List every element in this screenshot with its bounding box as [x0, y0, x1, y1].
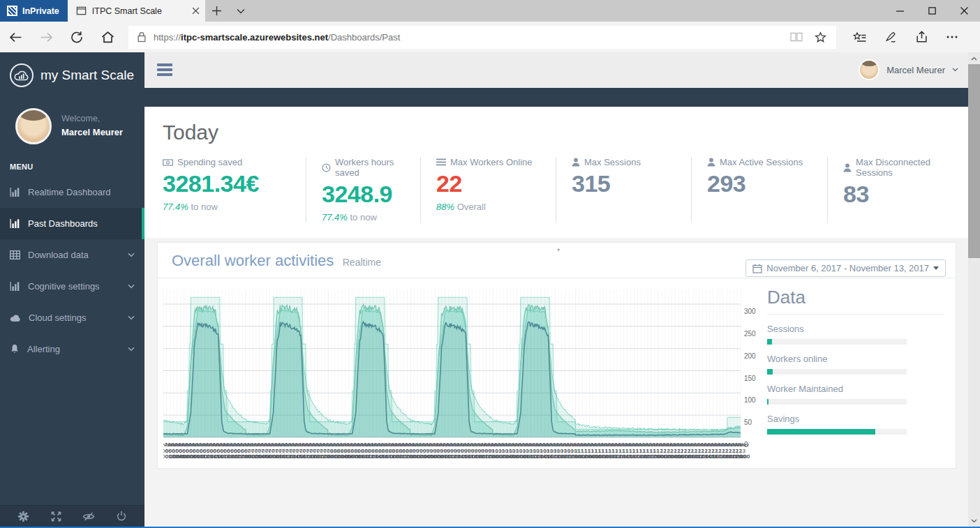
hub-icon[interactable] — [845, 22, 875, 52]
sidebar-item-label: Cloud settings — [29, 312, 86, 323]
tab-title: ITPC Smart Scale — [92, 6, 186, 16]
url-domain: itpc-smartscale.azurewebsites.net — [181, 32, 328, 43]
sidebar-item-label: Download data — [28, 250, 89, 260]
y-tick-label: 250 — [744, 330, 756, 338]
plot-area[interactable]: Nov 06 00:00Nov 06 01:00Nov 06 02:00Nov … — [163, 285, 741, 465]
date-range-text: November 6, 2017 - November 13, 2017 — [766, 263, 929, 273]
stat-label: Max Active Sessions — [707, 157, 827, 167]
share-icon[interactable] — [906, 22, 937, 52]
hamburger-menu-icon[interactable] — [157, 63, 172, 78]
legend-item-sessions[interactable]: Sessions — [767, 324, 944, 345]
favorite-star-icon[interactable] — [808, 27, 832, 47]
brand[interactable]: my Smart Scale — [0, 52, 144, 97]
area-chart[interactable] — [163, 285, 741, 442]
new-tab-button[interactable] — [205, 0, 229, 22]
main-content: Today Spending saved3281.34€77.4% to now… — [144, 107, 968, 527]
reading-view-icon[interactable] — [785, 27, 808, 47]
sidebar: my Smart Scale Welcome, Marcel Meurer ME… — [0, 52, 144, 527]
bell-icon — [10, 344, 20, 354]
tab-close-icon[interactable] — [192, 7, 200, 15]
sidebar-user-name: Marcel Meurer — [61, 127, 123, 137]
stat-label-text: Max Sessions — [584, 157, 641, 167]
ink-pen-icon[interactable] — [875, 22, 906, 52]
page: my Smart Scale Welcome, Marcel Meurer ME… — [0, 52, 968, 527]
sidebar-item-cognitive-settings[interactable]: Cognitive settings — [0, 271, 144, 302]
chart-legend: Data SessionsWorkers onlineWorker Mainta… — [759, 285, 956, 465]
list-icon — [436, 158, 446, 166]
date-range-picker[interactable]: November 6, 2017 - November 13, 2017 — [745, 259, 946, 277]
y-tick-label: 150 — [744, 375, 756, 382]
progress-fill — [767, 369, 773, 375]
browser-tab[interactable]: ITPC Smart Scale — [68, 0, 205, 22]
home-button[interactable] — [92, 22, 123, 52]
sidebar-item-label: Past Dashboards — [28, 218, 98, 229]
stat-label-text: Max Workers Online — [450, 157, 533, 167]
stat-value: 83 — [843, 181, 968, 208]
browser-window: InPrivate ITPC Smart Scale — [0, 0, 980, 528]
stat-value: 22 — [436, 170, 556, 197]
legend-label: Sessions — [767, 324, 944, 334]
sidebar-item-allerting[interactable]: Allerting — [0, 333, 144, 365]
legend-item-worker-maintained[interactable]: Worker Maintained — [767, 384, 944, 405]
stat-value: 293 — [707, 170, 827, 197]
panel-note: * — [557, 247, 560, 255]
stat-label: Max Workers Online — [436, 157, 556, 167]
tab-list-button[interactable] — [229, 0, 253, 22]
cloud-chart-logo-icon — [10, 63, 34, 87]
window-controls — [884, 0, 980, 22]
close-button[interactable] — [948, 0, 980, 22]
legend-entries: SessionsWorkers onlineWorker MaintainedS… — [767, 324, 944, 435]
toolbar-right — [845, 22, 967, 52]
progress-fill — [767, 339, 772, 345]
progress-fill — [767, 399, 769, 405]
stat-subtext: 77.4% to now — [322, 212, 420, 222]
stat-label: Max Sessions — [572, 157, 691, 167]
stat-label-text: Spending saved — [177, 157, 242, 167]
progress-track — [767, 429, 907, 435]
url-text[interactable]: https://itpc-smartscale.azurewebsites.ne… — [154, 32, 785, 43]
avatar[interactable] — [15, 108, 52, 144]
sidebar-item-download-data[interactable]: Download data — [0, 239, 144, 271]
stat-value: 315 — [572, 170, 691, 197]
scrollbar[interactable] — [968, 52, 980, 527]
chevron-down-icon — [128, 252, 135, 257]
stat-label-text: Workers hours saved — [335, 157, 420, 178]
stat-max-workers-online: Max Workers Online2288% Overall — [420, 157, 556, 222]
stat-spending-saved: Spending saved3281.34€77.4% to now — [163, 157, 306, 222]
sidebar-item-cloud-settings[interactable]: Cloud settings — [0, 302, 144, 333]
url-path: /Dashboards/Past — [328, 32, 400, 43]
minimize-button[interactable] — [884, 0, 916, 22]
legend-label: Savings — [767, 414, 944, 424]
sidebar-item-realtime-dashboard[interactable]: Realtime Dashboard — [0, 176, 144, 208]
bar-chart-icon — [10, 218, 20, 229]
legend-item-workers-online[interactable]: Workers online — [767, 354, 944, 375]
scroll-up-icon[interactable] — [968, 52, 980, 64]
gear-icon[interactable] — [17, 511, 29, 522]
sidebar-footer — [0, 505, 144, 527]
avatar — [859, 59, 879, 80]
top-header: Marcel Meurer — [144, 52, 968, 88]
scroll-down-icon[interactable] — [968, 515, 980, 527]
stat-label-text: Max Disconnected Sessions — [856, 157, 968, 178]
x-axis-labels: Nov 06 00:00Nov 06 01:00Nov 06 02:00Nov … — [163, 442, 750, 465]
power-icon[interactable] — [116, 511, 127, 522]
sidebar-item-past-dashboards[interactable]: Past Dashboards — [0, 208, 144, 239]
chevron-down-icon — [128, 315, 135, 320]
legend-item-savings[interactable]: Savings — [767, 414, 944, 435]
more-options-icon[interactable] — [937, 22, 967, 52]
chevron-down-icon — [952, 68, 958, 72]
refresh-button[interactable] — [61, 22, 92, 52]
stat-value: 3281.34€ — [163, 170, 306, 197]
address-bar[interactable]: https://itpc-smartscale.azurewebsites.ne… — [128, 26, 836, 49]
forward-button[interactable] — [31, 22, 61, 52]
back-button[interactable] — [0, 22, 31, 52]
eye-slash-icon[interactable] — [82, 511, 95, 522]
url-scheme: https:// — [154, 32, 181, 43]
user-menu[interactable]: Marcel Meurer — [859, 59, 958, 80]
tab-bar: InPrivate ITPC Smart Scale — [0, 0, 980, 22]
expand-icon[interactable] — [50, 511, 62, 522]
user-icon — [707, 158, 715, 167]
scrollbar-thumb[interactable] — [968, 64, 980, 258]
series-fill-workers-online — [163, 322, 741, 437]
maximize-button[interactable] — [916, 0, 948, 22]
